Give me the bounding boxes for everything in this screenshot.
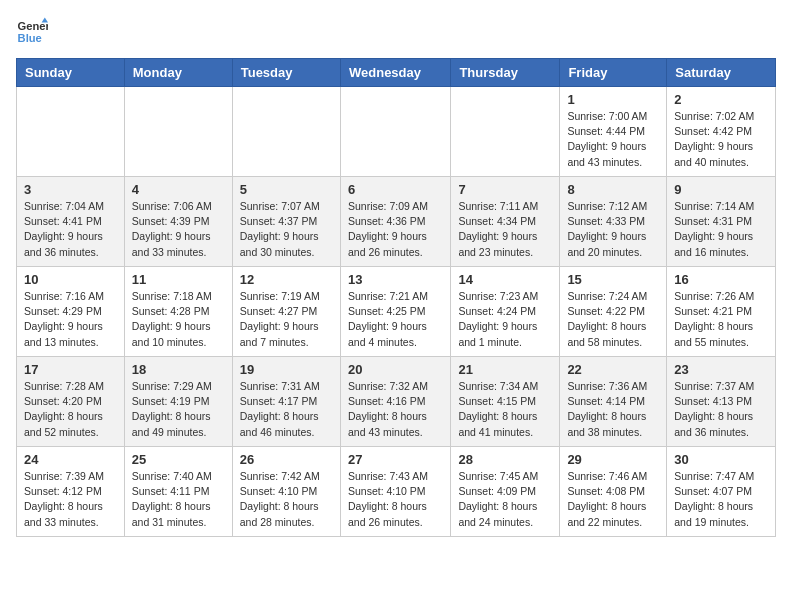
calendar-cell: 13Sunrise: 7:21 AM Sunset: 4:25 PM Dayli… <box>340 267 450 357</box>
calendar-cell: 25Sunrise: 7:40 AM Sunset: 4:11 PM Dayli… <box>124 447 232 537</box>
week-row-4: 24Sunrise: 7:39 AM Sunset: 4:12 PM Dayli… <box>17 447 776 537</box>
day-info: Sunrise: 7:16 AM Sunset: 4:29 PM Dayligh… <box>24 289 117 350</box>
calendar-cell: 21Sunrise: 7:34 AM Sunset: 4:15 PM Dayli… <box>451 357 560 447</box>
calendar-cell: 3Sunrise: 7:04 AM Sunset: 4:41 PM Daylig… <box>17 177 125 267</box>
calendar-cell: 20Sunrise: 7:32 AM Sunset: 4:16 PM Dayli… <box>340 357 450 447</box>
day-number: 29 <box>567 452 659 467</box>
logo: General Blue <box>16 16 48 48</box>
calendar-cell: 4Sunrise: 7:06 AM Sunset: 4:39 PM Daylig… <box>124 177 232 267</box>
day-info: Sunrise: 7:39 AM Sunset: 4:12 PM Dayligh… <box>24 469 117 530</box>
day-number: 2 <box>674 92 768 107</box>
calendar-cell: 10Sunrise: 7:16 AM Sunset: 4:29 PM Dayli… <box>17 267 125 357</box>
day-number: 16 <box>674 272 768 287</box>
week-row-1: 3Sunrise: 7:04 AM Sunset: 4:41 PM Daylig… <box>17 177 776 267</box>
calendar-cell: 26Sunrise: 7:42 AM Sunset: 4:10 PM Dayli… <box>232 447 340 537</box>
calendar-cell: 15Sunrise: 7:24 AM Sunset: 4:22 PM Dayli… <box>560 267 667 357</box>
header: General Blue <box>16 16 776 48</box>
day-info: Sunrise: 7:02 AM Sunset: 4:42 PM Dayligh… <box>674 109 768 170</box>
day-number: 14 <box>458 272 552 287</box>
day-info: Sunrise: 7:11 AM Sunset: 4:34 PM Dayligh… <box>458 199 552 260</box>
day-number: 24 <box>24 452 117 467</box>
calendar-cell: 18Sunrise: 7:29 AM Sunset: 4:19 PM Dayli… <box>124 357 232 447</box>
calendar-cell: 19Sunrise: 7:31 AM Sunset: 4:17 PM Dayli… <box>232 357 340 447</box>
day-number: 6 <box>348 182 443 197</box>
day-info: Sunrise: 7:34 AM Sunset: 4:15 PM Dayligh… <box>458 379 552 440</box>
header-saturday: Saturday <box>667 59 776 87</box>
day-number: 25 <box>132 452 225 467</box>
calendar-cell: 28Sunrise: 7:45 AM Sunset: 4:09 PM Dayli… <box>451 447 560 537</box>
day-number: 10 <box>24 272 117 287</box>
day-info: Sunrise: 7:46 AM Sunset: 4:08 PM Dayligh… <box>567 469 659 530</box>
calendar-cell <box>124 87 232 177</box>
day-info: Sunrise: 7:23 AM Sunset: 4:24 PM Dayligh… <box>458 289 552 350</box>
day-info: Sunrise: 7:32 AM Sunset: 4:16 PM Dayligh… <box>348 379 443 440</box>
day-info: Sunrise: 7:37 AM Sunset: 4:13 PM Dayligh… <box>674 379 768 440</box>
day-number: 27 <box>348 452 443 467</box>
day-number: 9 <box>674 182 768 197</box>
day-number: 4 <box>132 182 225 197</box>
day-info: Sunrise: 7:26 AM Sunset: 4:21 PM Dayligh… <box>674 289 768 350</box>
day-info: Sunrise: 7:43 AM Sunset: 4:10 PM Dayligh… <box>348 469 443 530</box>
day-info: Sunrise: 7:07 AM Sunset: 4:37 PM Dayligh… <box>240 199 333 260</box>
day-number: 21 <box>458 362 552 377</box>
calendar-cell <box>451 87 560 177</box>
calendar-cell <box>340 87 450 177</box>
day-info: Sunrise: 7:47 AM Sunset: 4:07 PM Dayligh… <box>674 469 768 530</box>
calendar-cell: 11Sunrise: 7:18 AM Sunset: 4:28 PM Dayli… <box>124 267 232 357</box>
calendar-cell: 5Sunrise: 7:07 AM Sunset: 4:37 PM Daylig… <box>232 177 340 267</box>
header-monday: Monday <box>124 59 232 87</box>
day-number: 12 <box>240 272 333 287</box>
day-number: 13 <box>348 272 443 287</box>
svg-text:Blue: Blue <box>18 32 42 44</box>
day-number: 11 <box>132 272 225 287</box>
day-number: 1 <box>567 92 659 107</box>
day-number: 3 <box>24 182 117 197</box>
day-number: 28 <box>458 452 552 467</box>
day-info: Sunrise: 7:42 AM Sunset: 4:10 PM Dayligh… <box>240 469 333 530</box>
calendar-cell: 17Sunrise: 7:28 AM Sunset: 4:20 PM Dayli… <box>17 357 125 447</box>
calendar-cell: 12Sunrise: 7:19 AM Sunset: 4:27 PM Dayli… <box>232 267 340 357</box>
calendar-cell: 8Sunrise: 7:12 AM Sunset: 4:33 PM Daylig… <box>560 177 667 267</box>
day-info: Sunrise: 7:45 AM Sunset: 4:09 PM Dayligh… <box>458 469 552 530</box>
calendar-cell: 30Sunrise: 7:47 AM Sunset: 4:07 PM Dayli… <box>667 447 776 537</box>
day-number: 26 <box>240 452 333 467</box>
calendar-cell: 23Sunrise: 7:37 AM Sunset: 4:13 PM Dayli… <box>667 357 776 447</box>
calendar-table: SundayMondayTuesdayWednesdayThursdayFrid… <box>16 58 776 537</box>
calendar-cell: 24Sunrise: 7:39 AM Sunset: 4:12 PM Dayli… <box>17 447 125 537</box>
header-sunday: Sunday <box>17 59 125 87</box>
calendar-cell: 1Sunrise: 7:00 AM Sunset: 4:44 PM Daylig… <box>560 87 667 177</box>
day-number: 17 <box>24 362 117 377</box>
calendar-cell: 22Sunrise: 7:36 AM Sunset: 4:14 PM Dayli… <box>560 357 667 447</box>
day-info: Sunrise: 7:21 AM Sunset: 4:25 PM Dayligh… <box>348 289 443 350</box>
calendar-cell: 27Sunrise: 7:43 AM Sunset: 4:10 PM Dayli… <box>340 447 450 537</box>
day-info: Sunrise: 7:28 AM Sunset: 4:20 PM Dayligh… <box>24 379 117 440</box>
day-number: 7 <box>458 182 552 197</box>
day-number: 30 <box>674 452 768 467</box>
calendar-cell: 14Sunrise: 7:23 AM Sunset: 4:24 PM Dayli… <box>451 267 560 357</box>
day-info: Sunrise: 7:14 AM Sunset: 4:31 PM Dayligh… <box>674 199 768 260</box>
calendar-cell: 7Sunrise: 7:11 AM Sunset: 4:34 PM Daylig… <box>451 177 560 267</box>
day-info: Sunrise: 7:40 AM Sunset: 4:11 PM Dayligh… <box>132 469 225 530</box>
day-info: Sunrise: 7:24 AM Sunset: 4:22 PM Dayligh… <box>567 289 659 350</box>
header-tuesday: Tuesday <box>232 59 340 87</box>
logo-icon: General Blue <box>16 16 48 48</box>
day-info: Sunrise: 7:29 AM Sunset: 4:19 PM Dayligh… <box>132 379 225 440</box>
header-thursday: Thursday <box>451 59 560 87</box>
day-info: Sunrise: 7:04 AM Sunset: 4:41 PM Dayligh… <box>24 199 117 260</box>
day-number: 23 <box>674 362 768 377</box>
day-info: Sunrise: 7:09 AM Sunset: 4:36 PM Dayligh… <box>348 199 443 260</box>
calendar-cell: 29Sunrise: 7:46 AM Sunset: 4:08 PM Dayli… <box>560 447 667 537</box>
day-number: 20 <box>348 362 443 377</box>
day-number: 8 <box>567 182 659 197</box>
day-number: 18 <box>132 362 225 377</box>
week-row-2: 10Sunrise: 7:16 AM Sunset: 4:29 PM Dayli… <box>17 267 776 357</box>
calendar-cell: 9Sunrise: 7:14 AM Sunset: 4:31 PM Daylig… <box>667 177 776 267</box>
calendar-cell: 16Sunrise: 7:26 AM Sunset: 4:21 PM Dayli… <box>667 267 776 357</box>
day-info: Sunrise: 7:36 AM Sunset: 4:14 PM Dayligh… <box>567 379 659 440</box>
day-number: 5 <box>240 182 333 197</box>
day-number: 22 <box>567 362 659 377</box>
week-row-0: 1Sunrise: 7:00 AM Sunset: 4:44 PM Daylig… <box>17 87 776 177</box>
calendar-cell <box>17 87 125 177</box>
calendar-header-row: SundayMondayTuesdayWednesdayThursdayFrid… <box>17 59 776 87</box>
calendar-cell: 6Sunrise: 7:09 AM Sunset: 4:36 PM Daylig… <box>340 177 450 267</box>
